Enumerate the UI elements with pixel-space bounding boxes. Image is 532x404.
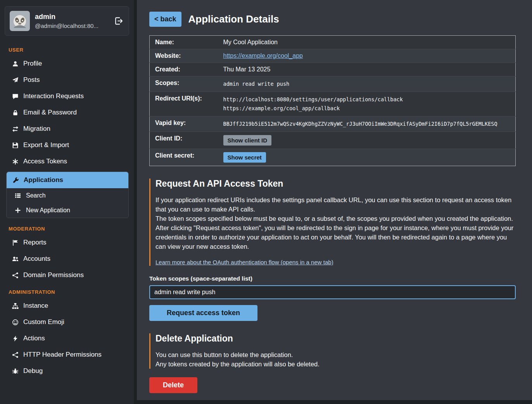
users-icon [12,255,19,262]
detail-row-name: Name:My Cool Application [150,36,516,49]
wrench-icon [12,177,19,184]
token-scopes-form: Token scopes (space-separated list) Requ… [149,275,516,321]
sidebar-item-label: Accounts [23,255,50,263]
request-token-heading: Request An API Access Token [155,179,516,189]
sloth-avatar-icon [10,11,30,31]
sidebar-item-label: Reports [23,239,47,246]
detail-value-website: https://example.org/cool_app [221,49,516,63]
detail-value-created: Thu Mar 13 2025 [221,63,516,76]
main-panel: < back Application Details Name:My Cool … [137,0,532,400]
sidebar-item-label: Custom Emoji [23,318,64,326]
sidebar-item-label: Domain Permissions [23,271,84,279]
request-token-paragraph: After clicking "Request access token", y… [155,223,516,251]
delete-application-section: Delete Application You can use this butt… [149,333,516,369]
detail-label-vapid-key: Vapid key: [150,116,221,132]
detail-value-scopes: admin read write push [221,76,516,92]
user-name: admin [35,13,109,21]
sidebar-item-label: Profile [23,60,42,68]
delete-application-heading: Delete Application [155,333,516,344]
sidebar-item-label: Access Tokens [23,158,67,165]
sidebar-item-posts[interactable]: Posts [0,72,134,88]
sidebar-item-label: HTTP Header Permissions [23,351,102,359]
sidebar-item-custom-emoji[interactable]: Custom Emoji [0,314,134,330]
exchange-icon [12,125,19,132]
sidebar-item-debug[interactable]: Debug [0,363,134,379]
sidebar-item-label: Debug [23,367,43,375]
flag-icon [12,239,19,246]
sidebar-item-label: Export & Import [23,141,69,149]
sidebar-item-label: Interaction Requests [23,92,84,100]
logout-icon[interactable] [114,16,123,26]
scopes-value: admin read write push [223,81,290,87]
sidebar-section-label: MODERATION [0,220,134,234]
asterisk-icon [12,158,19,165]
sidebar: admin @admin@localhost:80... USERProfile… [0,0,134,404]
sidebar-nav: USERProfilePostsInteraction RequestsEmai… [0,41,134,379]
sidebar-item-profile[interactable]: Profile [0,55,134,72]
sidebar-item-instance[interactable]: Instance [0,298,134,314]
detail-row-vapid-key: Vapid key:BBJffJ219b5iE512m7wQSzv4KgKDhg… [150,116,516,132]
sidebar-item-label: Instance [23,302,48,310]
application-details-table: Name:My Cool ApplicationWebsite:https://… [149,35,516,166]
user-card[interactable]: admin @admin@localhost:80... [5,6,129,36]
client-id-button[interactable]: Show client ID [223,135,272,146]
detail-row-created: Created:Thu Mar 13 2025 [150,63,516,76]
request-token-section: Request An API Access Token If your appl… [149,179,516,266]
vapid-key-value: BBJffJ219b5iE512m7wQSzv4KgKDhgZZVzNyWC_r… [223,121,497,127]
request-access-token-button[interactable]: Request access token [149,305,257,321]
sidebar-item-search[interactable]: Search [7,188,128,203]
sidebar-item-http-header-permissions[interactable]: HTTP Header Permissions [0,347,134,363]
sidebar-item-email-password[interactable]: Email & Password [0,104,134,121]
detail-label-website: Website: [150,49,221,63]
smiley-icon [12,319,19,326]
detail-row-website: Website:https://example.org/cool_app [150,49,516,63]
sidebar-item-label: Applications [24,176,63,184]
delete-paragraph: You can use this button to delete the ap… [155,350,516,359]
share-nodes-icon [12,272,19,279]
request-token-paragraph: If your application redirect URIs includ… [155,195,516,214]
sidebar-section-label: USER [0,41,134,55]
avatar [10,11,30,31]
sidebar-item-label: Actions [23,335,45,342]
sidebar-item-migration[interactable]: Migration [0,121,134,137]
sidebar-item-access-tokens[interactable]: Access Tokens [0,153,134,170]
detail-label-created: Created: [150,63,221,76]
detail-value-client-secret: Show secret [221,149,516,166]
back-button[interactable]: < back [149,12,181,27]
sidebar-item-label: New Application [26,207,70,214]
sidebar-item-applications[interactable]: Applications [7,172,128,188]
detail-label-client-id: Client ID: [150,132,221,149]
client-secret-button[interactable]: Show secret [223,152,266,163]
detail-value-name: My Cool Application [221,36,516,49]
user-info: admin @admin@localhost:80... [35,13,109,29]
sidebar-item-domain-permissions[interactable]: Domain Permissions [0,267,134,283]
sidebar-item-interaction-requests[interactable]: Interaction Requests [0,88,134,104]
delete-paragraph: Any tokens created by the application wi… [155,359,516,369]
sidebar-item-new-application[interactable]: New Application [7,203,128,218]
token-scopes-label: Token scopes (space-separated list) [149,275,516,282]
detail-value-vapid-key: BBJffJ219b5iE512m7wQSzv4KgKDhgZZVzNyWC_r… [221,116,516,132]
detail-row-scopes: Scopes:admin read write push [150,76,516,92]
token-scopes-input[interactable] [149,285,516,299]
plus-icon [14,207,21,214]
detail-label-scopes: Scopes: [150,76,221,92]
redirect-uris-value: http://localhost:8080/settings/user/appl… [223,96,403,111]
sidebar-item-export-import[interactable]: Export & Import [0,137,134,153]
user-icon [12,60,19,67]
detail-label-name: Name: [150,36,221,49]
website-link[interactable]: https://example.org/cool_app [223,52,303,59]
detail-label-redirect-uris: Redirect URI(s): [150,92,221,116]
floppy-icon [12,142,19,149]
page-title: Application Details [188,13,279,25]
request-token-paragraph: The token scopes specified below must be… [155,214,516,223]
sidebar-item-accounts[interactable]: Accounts [0,251,134,267]
sidebar-item-label: Search [26,192,46,199]
detail-value-redirect-uris: http://localhost:8080/settings/user/appl… [221,92,516,116]
oauth-docs-link[interactable]: Learn more about the OAuth authenticatio… [155,259,333,265]
lock-icon [12,109,19,116]
sidebar-item-actions[interactable]: Actions [0,330,134,347]
sidebar-submenu: SearchNew Application [7,188,128,218]
user-handle: @admin@localhost:80... [35,23,109,29]
delete-button[interactable]: Delete [149,377,197,393]
sidebar-item-reports[interactable]: Reports [0,234,134,251]
